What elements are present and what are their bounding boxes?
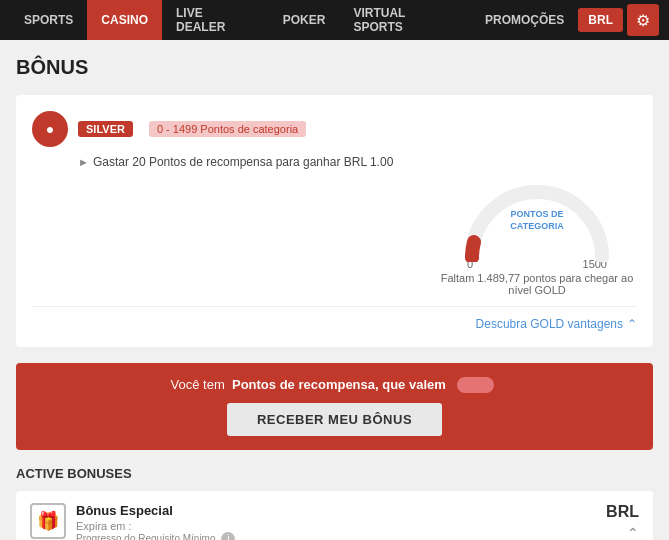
points-hint: ► Gastar 20 Pontos de recompensa para ga…: [78, 155, 637, 169]
nav-right: BRL ⚙: [578, 4, 659, 36]
banner-text: Você tem Pontos de recompensa, que valem: [32, 377, 637, 393]
bonus-name-1: Bônus Especial: [76, 503, 596, 518]
silver-row: ● SILVER 0 - 1499 Pontos de categoria: [32, 111, 637, 147]
gold-link-text: Descubra GOLD vantagens: [476, 317, 623, 331]
silver-bonus-card: ● SILVER 0 - 1499 Pontos de categoria ► …: [16, 95, 653, 347]
nav-live-dealer[interactable]: LIVE DEALER: [162, 0, 269, 40]
page-title: BÔNUS: [16, 56, 653, 79]
nav-casino[interactable]: CASINO: [87, 0, 162, 40]
nav-sports[interactable]: SPORTS: [10, 0, 87, 40]
gift-icon-1: 🎁: [30, 503, 66, 539]
bonus-amount-1: BRL: [606, 503, 639, 521]
chevron-right-icon: ►: [78, 156, 89, 168]
bonus-item-1-header: 🎁 Bônus Especial Expira em : Progresso d…: [30, 503, 639, 540]
progress-label-1: Progresso do Requisito Mínimo i: [76, 532, 596, 540]
currency-display: BRL: [578, 8, 623, 32]
active-bonuses-section: ACTIVE BONUSES 🎁 Bônus Especial Expira e…: [16, 466, 653, 540]
banner-prefix: Você tem: [171, 377, 225, 392]
bonus-right-1: BRL ⌃: [606, 503, 639, 540]
main-nav: SPORTS CASINO LIVE DEALER POKER VIRTUAL …: [0, 0, 669, 40]
promo-banner: Você tem Pontos de recompensa, que valem…: [16, 363, 653, 450]
nav-poker[interactable]: POKER: [269, 0, 340, 40]
avatar: ●: [32, 111, 68, 147]
nav-promocoes[interactable]: PROMOÇÕES: [471, 0, 578, 40]
category-badge: 0 - 1499 Pontos de categoria: [149, 121, 306, 137]
page-content: BÔNUS ● SILVER 0 - 1499 Pontos de catego…: [0, 40, 669, 540]
gauge-remaining: Faltam 1.489,77 pontos para chegar ao ní…: [437, 272, 637, 296]
claim-bonus-button[interactable]: RECEBER MEU BÔNUS: [227, 403, 442, 436]
collapse-icon-1[interactable]: ⌃: [627, 525, 639, 540]
gold-link-row[interactable]: Descubra GOLD vantagens ⌃: [32, 317, 637, 331]
user-icon[interactable]: ⚙: [627, 4, 659, 36]
banner-highlight: Pontos de recompensa, que valem: [228, 377, 453, 392]
bonus-expiry-1: Expira em :: [76, 520, 596, 532]
bonus-item-1: 🎁 Bônus Especial Expira em : Progresso d…: [16, 491, 653, 540]
chevron-up-icon: ⌃: [627, 317, 637, 331]
points-hint-text: Gastar 20 Pontos de recompensa para ganh…: [93, 155, 393, 169]
bonus-item-1-body: Bônus Especial Expira em : Progresso do …: [76, 503, 596, 540]
silver-badge: SILVER: [78, 121, 133, 137]
progress-row-1: Progresso do Requisito Mínimo i 31%: [76, 532, 596, 540]
active-bonuses-title: ACTIVE BONUSES: [16, 466, 653, 481]
nav-virtual-sports[interactable]: VIRTUAL SPORTS: [339, 0, 471, 40]
banner-pill: [457, 377, 494, 393]
info-icon-1[interactable]: i: [221, 532, 235, 540]
gauge-center-label: PONTOS DECATEGORIA: [510, 209, 563, 232]
